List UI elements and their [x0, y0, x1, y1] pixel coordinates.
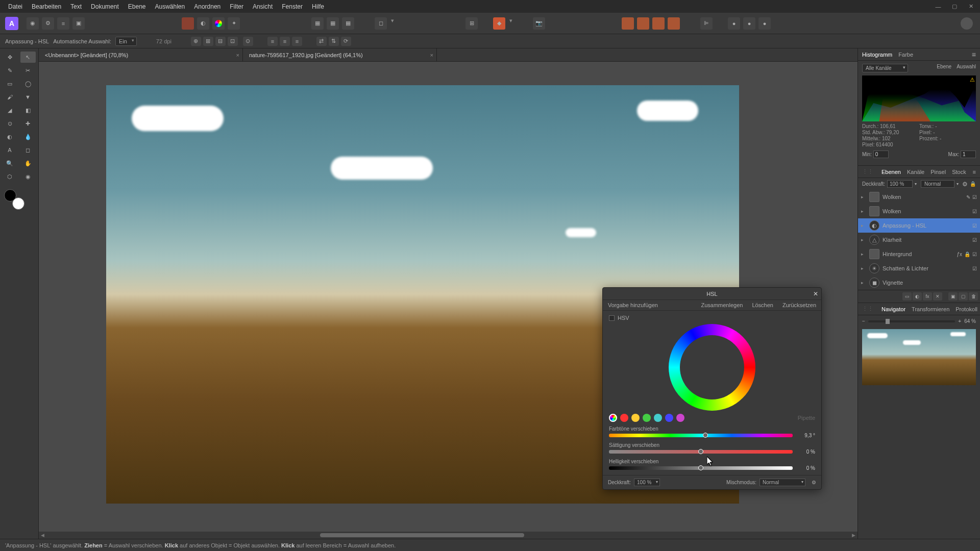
stack3-icon[interactable] [652, 17, 665, 30]
rotate-icon[interactable]: ⟳ [341, 37, 351, 46]
transform-1-icon[interactable]: ⊕ [191, 37, 201, 46]
dropper-icon[interactable]: ◐ [197, 17, 209, 30]
tab-color[interactable]: Farbe [898, 52, 913, 58]
tab-stock[interactable]: Stock [952, 169, 966, 175]
reset-button[interactable]: Zurücksetzen [782, 302, 816, 308]
camera-icon[interactable]: 📷 [533, 17, 545, 30]
color-dot-yellow[interactable] [631, 414, 640, 422]
persona-tone-icon[interactable]: ≡ [57, 17, 69, 30]
menu-window[interactable]: Fenster [282, 3, 303, 10]
hsl-adjustment-dialog[interactable]: HSL ✕ Vorgabe hinzufügen Zusammenlegen L… [602, 287, 822, 490]
tab-layers[interactable]: Ebenen [881, 169, 901, 175]
text-tool-icon[interactable]: A [2, 144, 17, 156]
align-icon[interactable]: ⊞ [465, 17, 478, 30]
navigator-preview[interactable] [862, 329, 976, 385]
checkbox-icon[interactable]: ☑ [972, 266, 977, 271]
menu-document[interactable]: Dokument [91, 3, 119, 10]
dodge-tool-icon[interactable]: ◐ [2, 131, 17, 142]
color-dot-red[interactable] [620, 414, 628, 422]
merge-button[interactable]: Zusammenlegen [701, 302, 743, 308]
heal-tool-icon[interactable]: ✚ [20, 118, 36, 129]
flip-h-icon[interactable]: ⇄ [316, 37, 327, 46]
lock-icon[interactable]: 🔒 [964, 252, 970, 257]
menu-arrange[interactable]: Anordnen [194, 3, 220, 10]
histo-layer-toggle[interactable]: Ebene [937, 64, 951, 69]
layerbtn-6-icon[interactable]: ▢ [959, 292, 968, 300]
color-dot-cyan[interactable] [654, 414, 662, 422]
add-preset-button[interactable]: Vorgabe hinzufügen [608, 302, 658, 308]
blur-tool-icon[interactable]: 💧 [20, 131, 36, 142]
menu-help[interactable]: Hilfe [312, 3, 324, 10]
document-tab-1[interactable]: <Unbenannt> [Geändert] (70,8%) × [39, 48, 243, 61]
stack4-icon[interactable] [668, 17, 680, 30]
layerbtn-1-icon[interactable]: ▭ [902, 292, 912, 300]
lasso-tool-icon[interactable]: ◯ [20, 78, 36, 89]
menu-edit[interactable]: Bearbeiten [32, 3, 61, 10]
maximize-button[interactable]: ▢ [949, 2, 960, 12]
checkbox-icon[interactable]: ☑ [972, 252, 977, 257]
layerbtn-2-icon[interactable]: ◐ [913, 292, 922, 300]
layer-item[interactable]: ▸Hintergrundƒx🔒☑ [858, 247, 980, 261]
checkbox-icon[interactable]: ☑ [972, 194, 977, 200]
grid1-icon[interactable]: ▦ [311, 17, 324, 30]
histo-selection-toggle[interactable]: Auswahl [957, 64, 976, 69]
dialog-close-icon[interactable]: ✕ [813, 290, 818, 297]
swatch-red-icon[interactable] [182, 17, 194, 30]
stack2-icon[interactable] [637, 17, 649, 30]
color-wheel[interactable] [669, 324, 755, 411]
horizontal-scrollbar[interactable]: ◀ ▶ [39, 532, 857, 539]
layerbtn-3-icon[interactable]: fx [923, 292, 932, 300]
transform-5-icon[interactable]: ⊙ [243, 37, 253, 46]
scrollbar-thumb[interactable] [320, 533, 524, 537]
layer-item[interactable]: ▸Wolken☑ [858, 204, 980, 218]
gradient-tool-icon[interactable]: ◢ [2, 105, 17, 116]
menu-select[interactable]: Auswählen [155, 3, 185, 10]
transform-2-icon[interactable]: ⊞ [203, 37, 213, 46]
menu-view[interactable]: Ansicht [253, 3, 273, 10]
menu-file[interactable]: Datei [8, 3, 22, 10]
crop-tool-icon[interactable]: ✂ [20, 65, 36, 76]
brush-tool-icon[interactable]: 🖌 [2, 91, 17, 103]
tab-channels[interactable]: Kanäle [907, 169, 924, 175]
minimize-button[interactable]: — [933, 2, 943, 12]
channel-dropdown[interactable]: Alle Kanäle [862, 64, 908, 72]
panel-menu-icon[interactable]: ≡ [972, 51, 976, 59]
pencil-icon[interactable]: ✎ [966, 194, 970, 200]
layerbtn-4-icon[interactable]: ✕ [933, 292, 942, 300]
assist-icon[interactable]: ◆ [493, 17, 505, 30]
layerbtn-5-icon[interactable]: ▣ [948, 292, 958, 300]
align-l-icon[interactable]: ≡ [267, 37, 278, 46]
selection-tool-icon[interactable]: ▭ [2, 78, 17, 89]
checkbox-icon[interactable]: ☑ [972, 209, 977, 214]
tab-close-icon[interactable]: × [236, 52, 239, 58]
transform-3-icon[interactable]: ⊟ [215, 37, 226, 46]
grid2-icon[interactable]: ▦ [327, 17, 339, 30]
clone-tool-icon[interactable]: ⊙ [2, 118, 17, 129]
layer-settings-icon[interactable]: ⚙ [962, 181, 968, 188]
persona-liquify-icon[interactable]: ◉ [27, 17, 39, 30]
color-dot-magenta[interactable] [676, 414, 684, 422]
lightness-slider[interactable] [609, 466, 793, 470]
circle1-icon[interactable]: ● [728, 17, 740, 30]
dialog-titlebar[interactable]: HSL ✕ [603, 288, 821, 300]
dialog-opacity-dropdown[interactable]: 100 % [634, 479, 660, 486]
color-dot-all[interactable] [609, 414, 617, 422]
fx-icon[interactable]: ƒx [957, 252, 962, 257]
layer-item[interactable]: ▸☀Schatten & Lichter☑ [858, 261, 980, 276]
flip-v-icon[interactable]: ⇅ [329, 37, 339, 46]
shape-tool-icon[interactable]: ◻ [20, 144, 36, 156]
blend-dropdown[interactable]: Normal [921, 180, 954, 188]
circle3-icon[interactable]: ● [758, 17, 771, 30]
close-button[interactable]: ✕ [966, 2, 976, 12]
crop-icon[interactable]: ◻ [375, 17, 387, 30]
saturation-slider[interactable] [609, 450, 793, 454]
flood-tool-icon[interactable]: ▼ [20, 91, 36, 103]
node-tool-icon[interactable]: ↖ [20, 52, 36, 63]
tab-brushes[interactable]: Pinsel [930, 169, 946, 175]
zoom-slider[interactable] [868, 320, 955, 322]
saturation-value[interactable]: 0 % [797, 449, 815, 455]
zoom-value[interactable]: 64 % [964, 318, 976, 324]
document-tab-2[interactable]: nature-7595617_1920.jpg [Geändert] (64,1… [243, 48, 437, 61]
color-wheel-icon[interactable] [212, 17, 225, 30]
eraser-tool-icon[interactable]: ◧ [20, 105, 36, 116]
